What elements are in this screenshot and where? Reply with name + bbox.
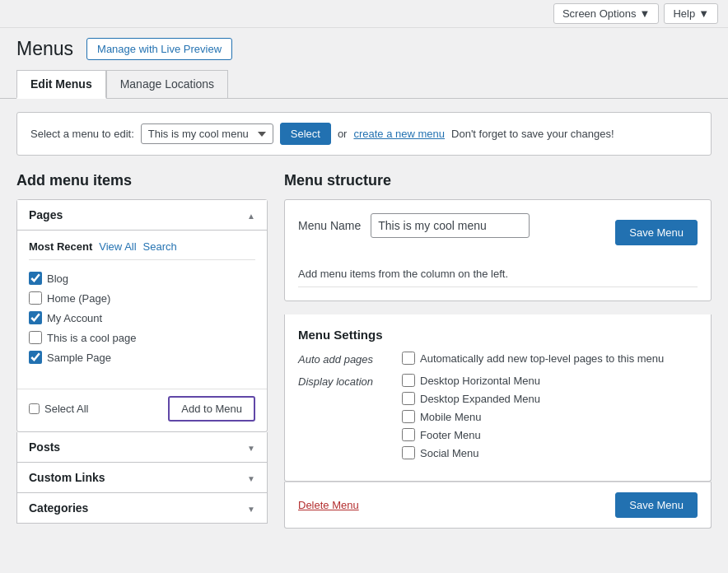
- pages-accordion: Pages Most Recent View All Search: [16, 199, 268, 432]
- list-item: Blog: [29, 268, 255, 288]
- display-location-options: Desktop Horizontal Menu Desktop Expanded…: [402, 374, 540, 459]
- dont-forget-text: Don't forget to save your changes!: [451, 128, 614, 140]
- left-column: Add menu items Pages Most Recent View Al…: [16, 172, 268, 524]
- my-account-checkbox[interactable]: [29, 311, 42, 324]
- menu-settings-box: Menu Settings Auto add pages Automatical…: [284, 314, 712, 482]
- create-new-menu-link[interactable]: create a new menu: [353, 128, 445, 140]
- desktop-horizontal-checkbox[interactable]: [402, 374, 415, 387]
- posts-heading: Posts: [29, 440, 60, 454]
- menu-name-input[interactable]: [371, 213, 530, 238]
- menu-select-dropdown[interactable]: This is my cool menu: [141, 123, 273, 144]
- save-menu-bottom-button[interactable]: Save Menu: [615, 492, 698, 518]
- my-account-label[interactable]: My Account: [47, 312, 102, 324]
- posts-accordion: Posts: [16, 432, 268, 463]
- footer-menu-checkbox[interactable]: [402, 428, 415, 441]
- desktop-horizontal-label[interactable]: Desktop Horizontal Menu: [402, 374, 540, 387]
- auto-add-option-label[interactable]: Automatically add new top-level pages to…: [402, 352, 664, 365]
- cool-page-checkbox[interactable]: [29, 331, 42, 344]
- or-text: or: [338, 128, 348, 140]
- desktop-expanded-text: Desktop Expanded Menu: [420, 393, 540, 405]
- desktop-expanded-label[interactable]: Desktop Expanded Menu: [402, 392, 540, 405]
- social-menu-text: Social Menu: [420, 447, 479, 459]
- desktop-expanded-checkbox[interactable]: [402, 392, 415, 405]
- tab-manage-locations[interactable]: Manage Locations: [106, 70, 228, 98]
- menu-name-row: Menu Name: [298, 213, 530, 238]
- sub-tab-search[interactable]: Search: [143, 240, 177, 253]
- live-preview-button[interactable]: Manage with Live Preview: [86, 38, 232, 60]
- display-location-row: Display location Desktop Horizontal Menu…: [298, 374, 698, 459]
- custom-links-expand-icon: [247, 471, 255, 484]
- pages-accordion-header[interactable]: Pages: [17, 200, 267, 231]
- header-area: Menus Manage with Live Preview: [0, 28, 728, 60]
- select-menu-bar: Select a menu to edit: This is my cool m…: [16, 112, 712, 156]
- menu-name-save-row: Menu Name Save Menu: [298, 213, 698, 251]
- bottom-action-row: Delete Menu Save Menu: [284, 482, 712, 529]
- footer-menu-label[interactable]: Footer Menu: [402, 428, 540, 441]
- auto-add-checkbox[interactable]: [402, 352, 415, 365]
- list-item: My Account: [29, 308, 255, 328]
- menu-structure-title: Menu structure: [284, 172, 712, 189]
- categories-accordion-header[interactable]: Categories: [17, 493, 267, 523]
- menu-structure-box: Menu Name Save Menu Add menu items from …: [284, 199, 712, 301]
- add-items-hint: Add menu items from the column on the le…: [298, 261, 698, 287]
- help-chevron-icon: ▼: [698, 7, 709, 20]
- pages-sub-tabs: Most Recent View All Search: [29, 240, 255, 260]
- sub-tab-most-recent[interactable]: Most Recent: [29, 240, 92, 253]
- social-menu-label[interactable]: Social Menu: [402, 446, 540, 459]
- social-menu-checkbox[interactable]: [402, 446, 415, 459]
- sample-page-checkbox[interactable]: [29, 351, 42, 364]
- select-all-row: Select All: [29, 403, 88, 415]
- screen-options-label: Screen Options: [562, 7, 637, 20]
- sample-page-label[interactable]: Sample Page: [47, 352, 111, 364]
- screen-options-chevron-icon: ▼: [640, 7, 651, 20]
- list-item: Home (Page): [29, 288, 255, 308]
- delete-menu-link[interactable]: Delete Menu: [298, 499, 359, 511]
- page-title: Menus: [16, 38, 73, 60]
- help-label: Help: [673, 7, 695, 20]
- display-location-label: Display location: [298, 374, 389, 388]
- select-menu-button[interactable]: Select: [280, 123, 331, 145]
- cool-page-label[interactable]: This is a cool page: [47, 332, 136, 344]
- mobile-menu-checkbox[interactable]: [402, 410, 415, 423]
- menu-name-label: Menu Name: [298, 219, 361, 232]
- tab-edit-menus[interactable]: Edit Menus: [16, 70, 106, 99]
- desktop-horizontal-text: Desktop Horizontal Menu: [420, 375, 540, 387]
- tabs-bar: Edit Menus Manage Locations: [0, 60, 728, 99]
- save-menu-top-button[interactable]: Save Menu: [615, 220, 698, 245]
- list-item: Sample Page: [29, 347, 255, 367]
- mobile-menu-label[interactable]: Mobile Menu: [402, 410, 540, 423]
- pages-checkbox-list: Blog Home (Page) My Account: [29, 268, 255, 367]
- main-content: Select a menu to edit: This is my cool m…: [0, 99, 728, 542]
- top-bar: Screen Options ▼ Help ▼: [0, 0, 728, 28]
- categories-accordion: Categories: [16, 493, 268, 524]
- pages-collapse-icon: [247, 208, 255, 221]
- help-button[interactable]: Help ▼: [664, 3, 718, 24]
- sub-tab-view-all[interactable]: View All: [99, 240, 136, 253]
- custom-links-accordion: Custom Links: [16, 463, 268, 493]
- add-menu-items-title: Add menu items: [16, 172, 268, 189]
- pages-accordion-body: Most Recent View All Search Blog: [17, 231, 267, 385]
- posts-accordion-header[interactable]: Posts: [17, 432, 267, 462]
- menu-settings-title: Menu Settings: [298, 328, 698, 342]
- blog-label[interactable]: Blog: [47, 273, 68, 285]
- screen-options-button[interactable]: Screen Options ▼: [553, 3, 659, 24]
- auto-add-label: Auto add pages: [298, 352, 389, 366]
- right-column: Menu structure Menu Name Save Menu Add m…: [284, 172, 712, 529]
- blog-checkbox[interactable]: [29, 272, 42, 285]
- pages-heading: Pages: [29, 208, 63, 221]
- list-item: This is a cool page: [29, 328, 255, 347]
- mobile-menu-text: Mobile Menu: [420, 411, 481, 423]
- two-col-layout: Add menu items Pages Most Recent View Al…: [16, 172, 712, 529]
- pages-accordion-footer: Select All Add to Menu: [17, 389, 267, 431]
- posts-expand-icon: [247, 440, 255, 454]
- select-all-checkbox[interactable]: [29, 403, 40, 414]
- categories-expand-icon: [247, 501, 255, 515]
- auto-add-pages-row: Auto add pages Automatically add new top…: [298, 352, 698, 366]
- footer-menu-text: Footer Menu: [420, 429, 481, 441]
- add-to-menu-button[interactable]: Add to Menu: [168, 396, 255, 422]
- select-all-label[interactable]: Select All: [44, 403, 88, 415]
- auto-add-option-text: Automatically add new top-level pages to…: [420, 352, 664, 365]
- custom-links-accordion-header[interactable]: Custom Links: [17, 463, 267, 492]
- home-checkbox[interactable]: [29, 291, 42, 305]
- home-label[interactable]: Home (Page): [47, 292, 110, 305]
